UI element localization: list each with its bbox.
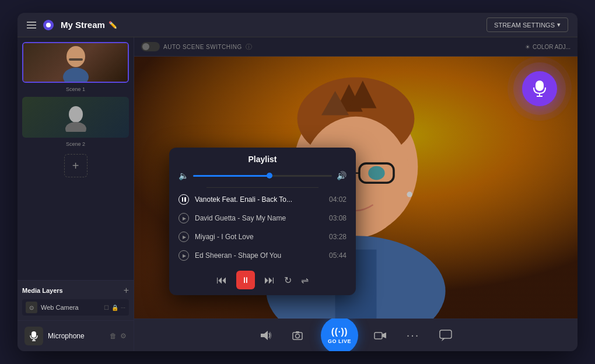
more-icon[interactable]: ··· — [121, 304, 125, 311]
track-2-play-btn[interactable]: ▶ — [178, 213, 189, 223]
play-icon: ▶ — [183, 253, 186, 258]
content-area: AUTO SCENE SWITCHING ⓘ ☀ COLOR ADJ... — [134, 37, 578, 351]
microphone-shape — [29, 331, 38, 341]
volume-row: 🔈 🔊 — [169, 169, 356, 185]
track-1-play-btn[interactable] — [178, 194, 189, 205]
go-live-button[interactable]: ((·)) GO LIVE — [321, 317, 358, 352]
camera-control-button[interactable] — [288, 325, 309, 346]
volume-fill — [193, 175, 270, 177]
playlist-title: Playlist — [169, 148, 356, 169]
svg-point-3 — [69, 106, 83, 123]
mic-action-buttons: 🗑 ⚙ — [110, 332, 127, 340]
live-signal-icon: ((·)) — [331, 327, 348, 337]
svg-rect-34 — [440, 330, 452, 338]
media-layers-panel: Media Layers + ⊙ Web Camera ☐ 🔒 ··· — [18, 280, 134, 320]
track-4-play-btn[interactable]: ▶ — [178, 250, 189, 261]
lock-icon[interactable]: 🔒 — [111, 304, 118, 311]
svg-point-30 — [296, 334, 300, 338]
layer-webcam[interactable]: ⊙ Web Camera ☐ 🔒 ··· — [22, 299, 129, 316]
track-3-duration: 03:28 — [329, 233, 346, 241]
scene1-svg — [58, 42, 93, 83]
track-1[interactable]: Vanotek Feat. Enali - Back To... 04:02 — [169, 190, 356, 209]
title-bar-left: My Stream ✏️ — [27, 20, 487, 30]
play-icon: ▶ — [183, 235, 186, 240]
camera-icon — [292, 330, 305, 341]
track-3[interactable]: ▶ Miyagi - I Got Love 03:28 — [169, 228, 356, 246]
mic-fab-wrapper — [513, 62, 566, 115]
repeat-button[interactable]: ↻ — [284, 275, 292, 286]
scenes-area: Scene 1 Scene 2 + — [18, 37, 134, 280]
auto-scene-switch[interactable] — [141, 42, 160, 51]
svg-point-21 — [368, 166, 384, 180]
volume-high-icon: 🔊 — [337, 171, 346, 180]
track-4[interactable]: ▶ Ed Sheeran - Shape Of You 05:44 — [169, 246, 356, 265]
scene1-preview — [23, 43, 128, 82]
play-pause-button[interactable]: ⏸ — [236, 271, 255, 289]
video-control-button[interactable] — [370, 325, 391, 346]
svg-point-4 — [65, 122, 86, 132]
more-options-button[interactable]: ··· — [402, 325, 424, 346]
color-adjustment-button[interactable]: ☀ COLOR ADJ... — [525, 44, 570, 50]
content-toolbar: AUTO SCENE SWITCHING ⓘ ☀ COLOR ADJ... — [134, 37, 578, 57]
microphone-fab-button[interactable] — [522, 71, 557, 106]
track-2[interactable]: ▶ David Guetta - Say My Name 03:08 — [169, 209, 356, 228]
scene2-preview — [22, 97, 129, 138]
preview-canvas: Playlist 🔈 🔊 — [134, 57, 578, 318]
play-icon: ▶ — [183, 216, 186, 221]
hamburger-icon[interactable] — [27, 22, 36, 29]
microphone-label: Microphone — [48, 332, 105, 340]
media-layers-title: Media Layers — [22, 287, 63, 294]
volume-control-button[interactable] — [256, 325, 276, 346]
edit-title-icon[interactable]: ✏️ — [108, 21, 117, 29]
add-scene-button[interactable]: + — [64, 154, 88, 177]
more-dots-icon: ··· — [407, 328, 420, 342]
volume-slider[interactable] — [193, 175, 332, 177]
auto-scene-label: AUTO SCENE SWITCHING — [163, 44, 242, 50]
scene-1-label: Scene 1 — [22, 86, 129, 92]
microphone-icon-box — [24, 327, 43, 345]
mic-fab-icon — [532, 80, 547, 97]
scene-1-thumb[interactable] — [22, 42, 129, 83]
delete-mic-icon[interactable]: 🗑 — [110, 332, 117, 340]
scene-2-thumb[interactable] — [22, 97, 129, 138]
track-2-duration: 03:08 — [329, 214, 346, 222]
preview-area: Playlist 🔈 🔊 — [134, 57, 578, 318]
go-live-label: GO LIVE — [328, 338, 351, 344]
svg-rect-32 — [374, 332, 382, 339]
add-layer-button[interactable]: + — [124, 285, 129, 296]
chevron-down-icon: ▾ — [557, 21, 561, 29]
sidebar: Scene 1 Scene 2 + — [18, 37, 134, 351]
shuffle-button[interactable]: ⇌ — [301, 275, 309, 286]
svg-rect-2 — [69, 58, 83, 61]
camera-layer-icon: ⊙ — [26, 302, 37, 313]
video-icon — [374, 330, 387, 341]
stream-settings-button[interactable]: STREAM SETTINGS ▾ — [487, 18, 568, 32]
settings-mic-icon[interactable]: ⚙ — [120, 332, 127, 340]
color-adj-label: COLOR ADJ... — [533, 44, 570, 50]
bottom-controls: ((·)) GO LIVE ··· — [134, 318, 578, 351]
svg-point-22 — [407, 192, 412, 197]
mic-fab-pulse — [513, 62, 566, 115]
chat-button[interactable] — [435, 325, 456, 346]
scene2-svg — [58, 103, 93, 132]
next-track-button[interactable]: ⏭ — [264, 274, 275, 286]
track-1-duration: 04:02 — [329, 195, 346, 204]
visibility-icon[interactable]: ☐ — [104, 304, 109, 311]
volume-thumb — [267, 173, 272, 178]
sidebar-microphone: Microphone 🗑 ⚙ — [18, 320, 134, 351]
layer-actions: ☐ 🔒 ··· — [104, 304, 125, 311]
track-4-duration: 05:44 — [329, 251, 346, 260]
track-3-play-btn[interactable]: ▶ — [178, 232, 189, 242]
prev-track-button[interactable]: ⏮ — [216, 274, 227, 286]
pause-icon — [182, 197, 186, 202]
track-3-name: Miyagi - I Got Love — [195, 233, 323, 241]
main-layout: Scene 1 Scene 2 + — [18, 37, 578, 351]
media-layers-header: Media Layers + — [22, 285, 129, 296]
svg-rect-25 — [536, 80, 544, 91]
title-bar: My Stream ✏️ STREAM SETTINGS ▾ — [18, 13, 578, 37]
chat-icon — [439, 330, 452, 341]
playlist-divider — [206, 187, 318, 188]
playlist-controls: ⏮ ⏸ ⏭ ↻ ⇌ — [169, 265, 356, 295]
volume-low-icon: 🔈 — [178, 171, 188, 180]
auto-scene-info-icon: ⓘ — [246, 43, 252, 51]
